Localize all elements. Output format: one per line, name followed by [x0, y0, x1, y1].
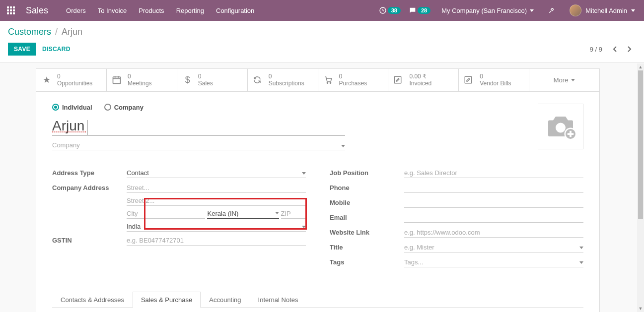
email-input[interactable]	[404, 213, 583, 223]
user-menu[interactable]: Mitchell Admin	[565, 4, 640, 16]
svg-point-3	[330, 82, 331, 83]
stat-buttons-row: ★ 0Opportunities 0Meetings $ 0Sales 0Sub…	[36, 68, 600, 92]
country-select[interactable]: India	[127, 222, 306, 232]
parent-company-select[interactable]: Company	[52, 140, 345, 150]
menu-reporting[interactable]: Reporting	[170, 0, 210, 21]
chevron-down-icon	[275, 210, 279, 217]
scrollbar-thumb[interactable]	[638, 70, 643, 219]
app-brand[interactable]: Sales	[26, 5, 48, 16]
stat-opportunities[interactable]: ★ 0Opportunities	[36, 69, 107, 91]
stat-more[interactable]: More	[529, 69, 599, 91]
label-mobile: Mobile	[330, 198, 404, 206]
notebook-tabs: Contacts & Addresses Sales & Purchase Ac…	[52, 291, 583, 308]
menu-to-invoice[interactable]: To Invoice	[92, 0, 133, 21]
mobile-input[interactable]	[404, 198, 583, 208]
chevron-down-icon	[571, 79, 575, 81]
user-name: Mitchell Admin	[585, 7, 627, 14]
pencil-square-icon	[393, 75, 404, 84]
svg-rect-1	[113, 77, 120, 84]
tags-select[interactable]: Tags...	[404, 257, 583, 267]
website-input[interactable]	[404, 228, 583, 238]
zip-input[interactable]	[281, 209, 306, 219]
gstin-input[interactable]	[127, 236, 306, 246]
street-input[interactable]	[127, 183, 306, 193]
job-position-input[interactable]	[404, 168, 583, 178]
label-company-address: Company Address	[52, 183, 127, 191]
form-content: ★ 0Opportunities 0Meetings $ 0Sales 0Sub…	[36, 68, 600, 312]
user-avatar-icon	[570, 4, 581, 16]
company-switcher[interactable]: My Company (San Francisco)	[436, 7, 539, 14]
apps-menu-button[interactable]	[4, 3, 18, 17]
breadcrumb: Customers / Arjun	[8, 27, 636, 37]
city-input[interactable]	[127, 209, 205, 219]
stat-vendor-bills[interactable]: 0Vendor Bills	[459, 69, 529, 91]
label-address-type: Address Type	[52, 168, 127, 177]
chat-icon	[409, 6, 417, 14]
vertical-scrollbar[interactable]: ▲ ▼	[637, 63, 644, 312]
svg-rect-4	[395, 77, 402, 84]
breadcrumb-separator: /	[55, 27, 58, 37]
right-column: Job Position Phone Mobile Email Website …	[330, 168, 583, 272]
tab-contacts-addresses[interactable]: Contacts & Addresses	[52, 292, 133, 308]
state-select[interactable]: Kerala (IN)	[207, 209, 279, 219]
label-phone: Phone	[330, 183, 404, 191]
menu-configuration[interactable]: Configuration	[210, 0, 260, 21]
activity-button[interactable]: 38	[377, 6, 403, 14]
tab-accounting[interactable]: Accounting	[201, 292, 249, 308]
street2-input[interactable]	[127, 196, 306, 206]
chevron-down-icon	[302, 224, 306, 229]
radio-icon	[104, 104, 111, 111]
chevron-down-icon	[530, 9, 534, 12]
messages-button[interactable]: 28	[407, 6, 432, 14]
chevron-down-icon	[302, 170, 306, 176]
stat-sales[interactable]: $ 0Sales	[177, 69, 248, 91]
pencil-square-icon	[464, 75, 475, 84]
text-cursor	[87, 120, 87, 135]
stat-meetings[interactable]: 0Meetings	[107, 69, 177, 91]
discard-button[interactable]: DISCARD	[36, 43, 76, 56]
label-tags: Tags	[330, 257, 404, 266]
label-title: Title	[330, 243, 404, 251]
stat-purchases[interactable]: 0Purchases	[318, 69, 389, 91]
stat-subscriptions[interactable]: 0Subscriptions	[248, 69, 318, 91]
name-input[interactable]	[52, 117, 345, 135]
address-type-select[interactable]: Contact	[127, 168, 306, 178]
company-name: My Company (San Francisco)	[441, 7, 527, 14]
dollar-icon: $	[182, 75, 193, 85]
clock-icon	[379, 6, 387, 14]
star-icon: ★	[41, 74, 52, 85]
phone-input[interactable]	[404, 183, 583, 193]
camera-plus-icon	[546, 114, 575, 139]
refresh-icon	[253, 75, 264, 84]
chevron-down-icon	[341, 141, 345, 149]
radio-individual[interactable]: Individual	[52, 104, 92, 111]
action-bar: SAVE DISCARD 9 / 9	[0, 37, 644, 62]
tab-internal-notes[interactable]: Internal Notes	[250, 292, 307, 308]
stat-invoiced[interactable]: 0.00 ₹Invoiced	[388, 69, 459, 91]
pager-value[interactable]: 9 / 9	[590, 46, 602, 53]
pager-next-button[interactable]	[622, 42, 636, 56]
apps-grid-icon	[7, 6, 15, 14]
tab-sales-purchase[interactable]: Sales & Purchase	[133, 292, 201, 308]
label-gstin: GSTIN	[52, 236, 127, 244]
breadcrumb-root[interactable]: Customers	[8, 27, 51, 37]
image-upload[interactable]	[538, 104, 583, 149]
save-button[interactable]: SAVE	[8, 43, 36, 56]
debug-tool-button[interactable]	[543, 6, 561, 14]
menu-products[interactable]: Products	[133, 0, 170, 21]
chevron-down-icon	[631, 9, 635, 12]
svg-point-2	[327, 82, 328, 83]
label-email: Email	[330, 213, 404, 221]
radio-company[interactable]: Company	[104, 104, 143, 111]
scroll-down-arrow-icon[interactable]: ▼	[637, 305, 644, 312]
chevron-right-icon	[627, 46, 632, 53]
menu-orders[interactable]: Orders	[60, 0, 92, 21]
label-website: Website Link	[330, 228, 404, 236]
messages-count: 28	[418, 7, 430, 14]
activity-count: 38	[388, 7, 401, 14]
scroll-up-arrow-icon[interactable]: ▲	[637, 63, 644, 70]
title-select[interactable]: e.g. Mister	[404, 243, 583, 252]
pager-prev-button[interactable]	[608, 42, 622, 56]
left-column: Address Type Contact Company Address	[52, 168, 306, 272]
label-job-position: Job Position	[330, 168, 404, 177]
